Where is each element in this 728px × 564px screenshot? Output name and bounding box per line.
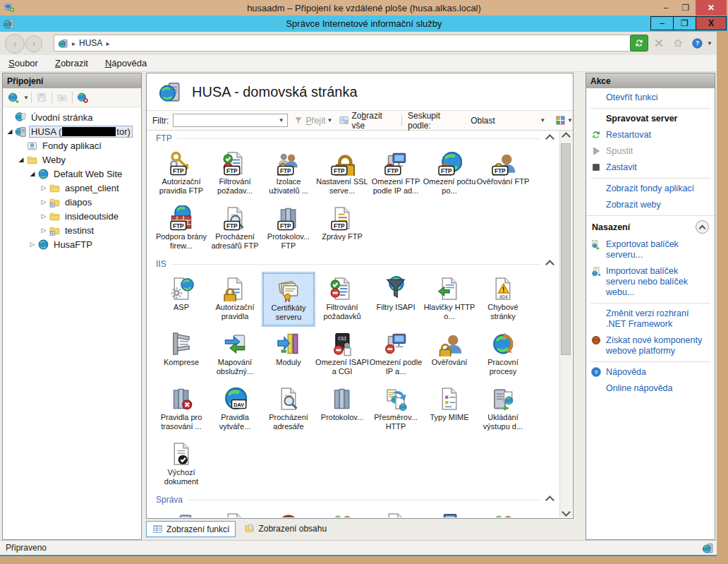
feature-item[interactable] (369, 508, 423, 517)
feature-item[interactable]: Pracovní procesy (476, 327, 530, 382)
feature-item[interactable] (262, 508, 315, 517)
action-link[interactable]: Zobrazit weby (586, 197, 715, 213)
vertical-scrollbar[interactable] (559, 131, 572, 517)
menu-soubor[interactable]: Soubor (0, 56, 47, 71)
feature-item[interactable]: Typy MIME (423, 382, 476, 437)
feature-item[interactable]: FTP Omezení počtu po... (423, 146, 476, 201)
tree-expander-icon[interactable]: ▷ (28, 241, 37, 248)
action-link[interactable]: Restartovat (586, 127, 715, 143)
tree-node[interactable]: ◢ Default Web Site (3, 167, 141, 181)
feature-item[interactable]: FTP Filtrování požadav... (208, 146, 262, 201)
rdp-minimize-button[interactable]: – (656, 0, 676, 16)
feature-item[interactable]: Procházení adresáře (262, 382, 315, 437)
action-link[interactable]: Změnit verzi rozhraní .NET Framework (586, 306, 715, 332)
group-by-select[interactable]: Oblast▼ (468, 114, 548, 127)
feature-item[interactable]: FTP Omezení FTP podle IP ad... (369, 146, 423, 201)
feature-item[interactable]: Přesměrov... HTTP (369, 382, 423, 437)
action-link[interactable]: Importovat balíček serveru nebo balíček … (586, 263, 715, 301)
tree-expander-icon[interactable]: ▷ (40, 212, 48, 220)
breadcrumb-arrow-icon[interactable]: ▸ (106, 40, 109, 47)
tree-expander-icon[interactable]: ◢ (28, 170, 37, 177)
menu-zobrazit[interactable]: Zobrazit (47, 56, 97, 71)
action-link[interactable]: Zastavit (586, 160, 715, 176)
tree-expander-icon[interactable]: ▷ (40, 184, 48, 191)
feature-item[interactable]: Ověřování (423, 327, 476, 382)
rdp-restore-button[interactable]: ❐ (676, 0, 696, 16)
action-link[interactable]: Online nápověda (586, 380, 715, 397)
create-connection-icon[interactable] (8, 92, 20, 104)
tab-features-view[interactable]: Zobrazení funkcí (146, 521, 236, 537)
feature-item[interactable]: Pravidla pro trasování ... (154, 382, 208, 437)
tree-node[interactable]: ◢ HUSA (tor) (3, 124, 141, 138)
app-restore-button[interactable]: ❐ (673, 16, 696, 30)
feature-item[interactable]: Autorizační pravidla (208, 272, 262, 327)
section-collapse-icon[interactable] (545, 496, 554, 505)
breadcrumb[interactable]: ▸ HUSA ▸ (54, 35, 633, 52)
feature-item[interactable]: ASP (154, 272, 208, 327)
feature-item[interactable] (476, 508, 530, 517)
app-minimize-button[interactable]: – (650, 16, 674, 30)
forward-button[interactable]: › (25, 35, 42, 52)
show-all-button[interactable]: Zobrazit vše (339, 111, 396, 131)
feature-item[interactable]: Filtrování požadavků (315, 272, 369, 327)
action-link[interactable]: Exportovat balíček serveru... (586, 236, 715, 263)
tree-node[interactable]: Úvodní stránka (3, 110, 141, 124)
action-link[interactable]: ?Nápověda (586, 364, 715, 380)
feature-item[interactable]: 404 Chybové stránky (476, 272, 530, 327)
feature-item[interactable] (315, 508, 369, 517)
help-button[interactable]: ? (688, 35, 705, 51)
feature-item[interactable]: Komprese (154, 327, 208, 382)
feature-item[interactable]: FTP Nastavení SSL serve... (315, 146, 369, 201)
tab-content-view[interactable]: Zobrazení obsahu (238, 521, 332, 536)
tree-expander-icon[interactable]: ▷ (40, 198, 48, 205)
tree-node[interactable]: Fondy aplikací (3, 138, 141, 152)
menu-nápověda[interactable]: Nápověda (97, 56, 155, 71)
action-link[interactable]: Získat nové komponenty webové platformy (586, 332, 715, 359)
tree-node[interactable]: ▷ diapos (3, 195, 141, 209)
section-collapse-icon[interactable] (545, 260, 554, 269)
feature-item[interactable]: Omezení podle IP a... (369, 327, 423, 382)
refresh-button[interactable] (630, 35, 648, 52)
scroll-down-icon[interactable] (560, 506, 571, 517)
feature-item[interactable] (154, 508, 208, 517)
feature-item[interactable]: DAV Pravidla vytváře... (208, 382, 262, 437)
feature-item[interactable]: Výchozí dokument (154, 437, 208, 492)
tree-node[interactable]: ▷ HusaFTP (3, 237, 141, 251)
tree-expander-icon[interactable]: ▷ (40, 227, 48, 234)
feature-item[interactable]: Ukládání výstupu d... (476, 382, 530, 437)
feature-item[interactable]: Mapování obslužný... (208, 327, 262, 382)
collapse-section-button[interactable] (696, 220, 709, 234)
delete-connection-icon[interactable] (77, 92, 89, 104)
feature-item[interactable]: FTP Autorizační pravidla FTP (154, 146, 208, 201)
feature-item[interactable]: FTP Procházení adresářů FTP (208, 201, 262, 256)
feature-item[interactable]: Filtry ISAPI (369, 272, 423, 327)
feature-item[interactable]: Certifikáty serveru (262, 272, 315, 327)
feature-item[interactable] (423, 508, 476, 517)
feature-item[interactable]: Hlavičky HTTP o... (423, 272, 476, 327)
feature-item[interactable]: FTP Izolace uživatelů ... (262, 146, 315, 201)
feature-item[interactable]: FTP Ověřování FTP (476, 146, 530, 201)
section-collapse-icon[interactable] (545, 134, 554, 143)
tree-node[interactable]: ▷ testinst (3, 223, 141, 237)
scrollbar-thumb[interactable] (561, 143, 571, 355)
action-link[interactable]: Otevřít funkci (586, 90, 715, 106)
tree-node[interactable]: ▷ aspnet_client (3, 181, 141, 195)
feature-item[interactable]: Moduly (262, 327, 315, 382)
action-link[interactable]: Zobrazit fondy aplikací (586, 181, 715, 197)
tree-expander-icon[interactable]: ◢ (6, 128, 14, 135)
feature-item[interactable]: FTP Protokolov... FTP (262, 201, 315, 256)
filter-input[interactable]: ▼ (173, 114, 287, 127)
feature-item[interactable]: FTP Zprávy FTP (315, 201, 369, 256)
help-dropdown-icon[interactable]: ▼ (707, 40, 712, 47)
feature-item[interactable]: CGI Omezení ISAPI a CGI (315, 327, 369, 382)
tree-expander-icon[interactable]: ◢ (17, 156, 25, 163)
feature-item[interactable]: FTP Podpora brány firew... (154, 201, 208, 256)
app-close-button[interactable]: X (696, 16, 727, 30)
back-button[interactable]: ‹ (5, 34, 25, 54)
view-button[interactable]: ▼ (555, 115, 573, 126)
tree-node[interactable]: ▷ insideoutside (3, 209, 141, 223)
scroll-up-icon[interactable] (560, 131, 571, 142)
rdp-close-button[interactable]: ✕ (696, 0, 727, 16)
feature-item[interactable] (208, 508, 262, 517)
create-connection-dropdown-icon[interactable]: ▼ (23, 95, 29, 101)
